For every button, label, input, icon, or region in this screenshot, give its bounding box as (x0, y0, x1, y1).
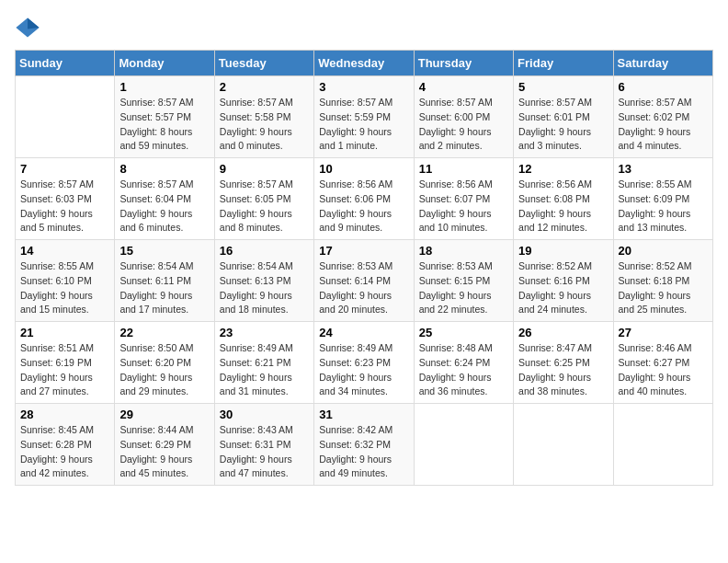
day-number: 20 (619, 244, 708, 258)
day-number: 3 (319, 80, 408, 94)
svg-marker-1 (28, 18, 40, 29)
day-info: Sunrise: 8:56 AMSunset: 6:06 PMDaylight:… (319, 178, 408, 236)
calendar-cell: 16Sunrise: 8:54 AMSunset: 6:13 PMDayligh… (214, 240, 313, 322)
day-info: Sunrise: 8:54 AMSunset: 6:11 PMDaylight:… (119, 259, 209, 317)
day-info: Sunrise: 8:46 AMSunset: 6:27 PMDaylight:… (619, 341, 708, 399)
calendar-cell: 21Sunrise: 8:51 AMSunset: 6:19 PMDayligh… (16, 322, 115, 404)
day-info: Sunrise: 8:55 AMSunset: 6:10 PMDaylight:… (20, 259, 109, 317)
day-of-week-header: Tuesday (214, 51, 313, 76)
day-number: 13 (619, 162, 708, 176)
calendar-cell: 10Sunrise: 8:56 AMSunset: 6:06 PMDayligh… (314, 158, 414, 240)
day-info: Sunrise: 8:57 AMSunset: 5:58 PMDaylight:… (220, 96, 309, 154)
calendar-cell: 6Sunrise: 8:57 AMSunset: 6:02 PMDaylight… (613, 76, 712, 158)
day-info: Sunrise: 8:53 AMSunset: 6:14 PMDaylight:… (319, 259, 408, 317)
day-info: Sunrise: 8:44 AMSunset: 6:29 PMDaylight:… (119, 423, 209, 481)
calendar-cell: 19Sunrise: 8:52 AMSunset: 6:16 PMDayligh… (514, 240, 613, 322)
day-info: Sunrise: 8:45 AMSunset: 6:28 PMDaylight:… (20, 423, 109, 481)
day-number: 16 (220, 244, 309, 258)
day-number: 12 (518, 162, 608, 176)
day-number: 28 (20, 408, 109, 421)
day-number: 8 (119, 162, 209, 176)
calendar-cell: 22Sunrise: 8:50 AMSunset: 6:20 PMDayligh… (115, 322, 214, 404)
calendar-cell: 11Sunrise: 8:56 AMSunset: 6:07 PMDayligh… (414, 158, 513, 240)
day-number: 23 (220, 326, 309, 339)
day-of-week-header: Sunday (16, 51, 115, 76)
day-number: 17 (319, 244, 408, 258)
calendar-cell: 23Sunrise: 8:49 AMSunset: 6:21 PMDayligh… (214, 322, 313, 404)
day-number: 6 (619, 80, 708, 94)
calendar-cell: 4Sunrise: 8:57 AMSunset: 6:00 PMDaylight… (414, 76, 513, 158)
day-info: Sunrise: 8:56 AMSunset: 6:07 PMDaylight:… (419, 178, 508, 236)
calendar-week-row: 1Sunrise: 8:57 AMSunset: 5:57 PMDaylight… (16, 76, 713, 158)
calendar-cell: 24Sunrise: 8:49 AMSunset: 6:23 PMDayligh… (314, 322, 414, 404)
day-info: Sunrise: 8:57 AMSunset: 6:00 PMDaylight:… (419, 96, 508, 154)
calendar-cell: 15Sunrise: 8:54 AMSunset: 6:11 PMDayligh… (115, 240, 214, 322)
day-number: 2 (220, 80, 309, 94)
calendar-cell: 25Sunrise: 8:48 AMSunset: 6:24 PMDayligh… (414, 322, 513, 404)
day-number: 7 (20, 162, 109, 176)
day-info: Sunrise: 8:48 AMSunset: 6:24 PMDaylight:… (419, 341, 508, 399)
day-info: Sunrise: 8:49 AMSunset: 6:21 PMDaylight:… (220, 341, 309, 399)
calendar-cell: 3Sunrise: 8:57 AMSunset: 5:59 PMDaylight… (314, 76, 414, 158)
calendar-cell: 5Sunrise: 8:57 AMSunset: 6:01 PMDaylight… (514, 76, 613, 158)
day-number: 19 (518, 244, 608, 258)
day-of-week-header: Wednesday (314, 51, 414, 76)
day-info: Sunrise: 8:57 AMSunset: 6:01 PMDaylight:… (518, 96, 608, 154)
page-header (15, 15, 713, 40)
day-info: Sunrise: 8:53 AMSunset: 6:15 PMDaylight:… (419, 259, 508, 317)
calendar-cell: 28Sunrise: 8:45 AMSunset: 6:28 PMDayligh… (16, 404, 115, 486)
calendar-cell: 1Sunrise: 8:57 AMSunset: 5:57 PMDaylight… (115, 76, 214, 158)
day-number: 30 (220, 408, 309, 421)
calendar-header-row: SundayMondayTuesdayWednesdayThursdayFrid… (16, 51, 713, 76)
calendar-cell: 31Sunrise: 8:42 AMSunset: 6:32 PMDayligh… (314, 404, 414, 486)
day-number: 1 (119, 80, 209, 94)
day-info: Sunrise: 8:57 AMSunset: 6:05 PMDaylight:… (220, 178, 309, 236)
day-number: 14 (20, 244, 109, 258)
day-number: 9 (220, 162, 309, 176)
calendar-cell: 14Sunrise: 8:55 AMSunset: 6:10 PMDayligh… (16, 240, 115, 322)
day-info: Sunrise: 8:51 AMSunset: 6:19 PMDaylight:… (20, 341, 109, 399)
calendar-week-row: 21Sunrise: 8:51 AMSunset: 6:19 PMDayligh… (16, 322, 713, 404)
day-number: 4 (419, 80, 508, 94)
calendar-week-row: 14Sunrise: 8:55 AMSunset: 6:10 PMDayligh… (16, 240, 713, 322)
day-number: 29 (119, 408, 209, 421)
day-number: 5 (518, 80, 608, 94)
day-info: Sunrise: 8:57 AMSunset: 5:59 PMDaylight:… (319, 96, 408, 154)
day-number: 27 (619, 326, 708, 339)
calendar-cell (414, 404, 513, 486)
day-number: 22 (119, 326, 209, 339)
day-of-week-header: Friday (514, 51, 613, 76)
day-info: Sunrise: 8:56 AMSunset: 6:08 PMDaylight:… (518, 178, 608, 236)
calendar-cell (514, 404, 613, 486)
calendar-cell: 12Sunrise: 8:56 AMSunset: 6:08 PMDayligh… (514, 158, 613, 240)
day-number: 31 (319, 408, 408, 421)
day-info: Sunrise: 8:57 AMSunset: 6:03 PMDaylight:… (20, 178, 109, 236)
day-info: Sunrise: 8:47 AMSunset: 6:25 PMDaylight:… (518, 341, 608, 399)
day-of-week-header: Thursday (414, 51, 513, 76)
day-number: 25 (419, 326, 508, 339)
day-number: 15 (119, 244, 209, 258)
calendar-week-row: 28Sunrise: 8:45 AMSunset: 6:28 PMDayligh… (16, 404, 713, 486)
day-info: Sunrise: 8:42 AMSunset: 6:32 PMDaylight:… (319, 423, 408, 481)
calendar-cell: 17Sunrise: 8:53 AMSunset: 6:14 PMDayligh… (314, 240, 414, 322)
day-number: 24 (319, 326, 408, 339)
calendar-table: SundayMondayTuesdayWednesdayThursdayFrid… (15, 50, 713, 486)
day-of-week-header: Monday (115, 51, 214, 76)
day-info: Sunrise: 8:52 AMSunset: 6:18 PMDaylight:… (619, 259, 708, 317)
calendar-cell: 30Sunrise: 8:43 AMSunset: 6:31 PMDayligh… (214, 404, 313, 486)
logo (15, 15, 44, 40)
calendar-cell (613, 404, 712, 486)
calendar-cell: 9Sunrise: 8:57 AMSunset: 6:05 PMDaylight… (214, 158, 313, 240)
calendar-cell: 27Sunrise: 8:46 AMSunset: 6:27 PMDayligh… (613, 322, 712, 404)
day-info: Sunrise: 8:57 AMSunset: 6:04 PMDaylight:… (119, 178, 209, 236)
day-of-week-header: Saturday (613, 51, 712, 76)
day-info: Sunrise: 8:49 AMSunset: 6:23 PMDaylight:… (319, 341, 408, 399)
day-number: 18 (419, 244, 508, 258)
logo-icon (15, 15, 40, 40)
calendar-cell (16, 76, 115, 158)
calendar-cell: 7Sunrise: 8:57 AMSunset: 6:03 PMDaylight… (16, 158, 115, 240)
day-info: Sunrise: 8:43 AMSunset: 6:31 PMDaylight:… (220, 423, 309, 481)
day-info: Sunrise: 8:55 AMSunset: 6:09 PMDaylight:… (619, 178, 708, 236)
calendar-cell: 18Sunrise: 8:53 AMSunset: 6:15 PMDayligh… (414, 240, 513, 322)
day-info: Sunrise: 8:50 AMSunset: 6:20 PMDaylight:… (119, 341, 209, 399)
